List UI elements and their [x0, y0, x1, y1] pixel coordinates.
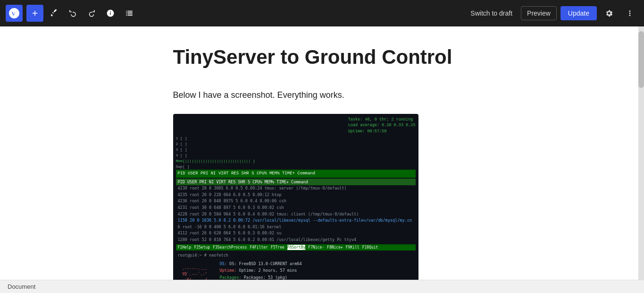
- main-area: TinyServer to Ground Control Below I hav…: [0, 26, 644, 280]
- function-key-bar: F1HelpF2SetupF3SearchProcessF4FilterF5Tr…: [176, 244, 416, 251]
- redo-button[interactable]: [83, 5, 100, 22]
- tasks-line: Tasks: 40, 0 thr; 2 running: [348, 117, 413, 122]
- neofetch-uptime: Uptime: 2 hours, 57 mins: [239, 268, 297, 273]
- toolbar-left: [6, 5, 138, 22]
- neofetch-os: OS: FreeBSD 13.0-CURRENT arm64: [229, 261, 302, 266]
- toolbar-right: Switch to draft Preview Update: [466, 5, 638, 22]
- redo-icon: [87, 9, 96, 17]
- status-bar: Document: [0, 280, 644, 293]
- plus-icon: [31, 9, 39, 17]
- more-options-button[interactable]: [621, 5, 638, 22]
- load-line: Load average: 0.38 0.33 0.25: [348, 123, 416, 128]
- pencil-icon: [50, 9, 58, 17]
- neofetch-packages: Packages: 53 (pkg): [244, 275, 287, 280]
- wordpress-logo-icon: [9, 8, 19, 18]
- tools-button[interactable]: [45, 5, 62, 22]
- add-block-button[interactable]: [26, 5, 43, 22]
- settings-button[interactable]: [601, 5, 618, 22]
- list-view-icon: [125, 9, 134, 17]
- neofetch-section: root@pi4:~ # neofetch .------.... YO`.--…: [176, 250, 416, 280]
- list-view-button[interactable]: [121, 5, 138, 22]
- gear-icon: [605, 9, 613, 17]
- update-button[interactable]: Update: [560, 6, 597, 20]
- switch-to-draft-button[interactable]: Switch to draft: [466, 7, 517, 20]
- wordpress-logo[interactable]: [6, 5, 23, 22]
- post-title[interactable]: TinyServer to Ground Control: [173, 45, 466, 69]
- terminal-screenshot: Tasks: 40, 0 thr; 2 running Load average…: [173, 114, 418, 280]
- more-options-icon: [626, 9, 634, 17]
- uptime-line: Uptime: 00:57:50: [348, 129, 387, 134]
- undo-icon: [68, 9, 77, 17]
- toolbar: Switch to draft Preview Update: [0, 0, 644, 26]
- image-block: Tasks: 40, 0 thr; 2 running Load average…: [173, 114, 466, 280]
- preview-button[interactable]: Preview: [521, 6, 557, 20]
- editor-area[interactable]: TinyServer to Ground Control Below I hav…: [0, 26, 638, 280]
- info-icon: [106, 9, 115, 17]
- scrollbar-track[interactable]: [638, 26, 644, 280]
- neofetch-prompt: root@pi4:~ # neofetch: [178, 252, 414, 259]
- editor-content: TinyServer to Ground Control Below I hav…: [173, 45, 466, 261]
- table-header: PID USER PRI NI VIRT RES SHR S CPU% MEM%…: [176, 170, 416, 178]
- document-label: Document: [8, 283, 35, 290]
- undo-button[interactable]: [64, 5, 81, 22]
- scrollbar-thumb[interactable]: [638, 31, 644, 88]
- info-button[interactable]: [102, 5, 119, 22]
- post-paragraph[interactable]: Below I have a screenshot. Everything wo…: [173, 88, 466, 103]
